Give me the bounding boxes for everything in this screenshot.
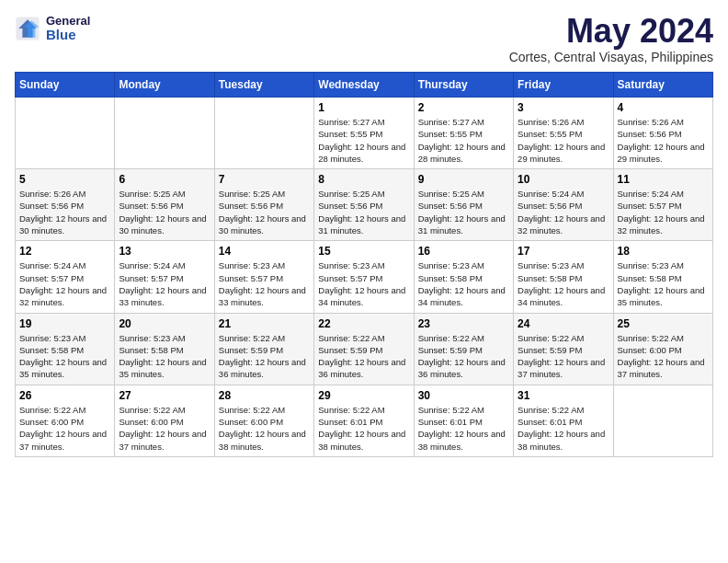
calendar-week-row: 1Sunrise: 5:27 AM Sunset: 5:55 PM Daylig… (16, 98, 713, 169)
calendar-week-row: 19Sunrise: 5:23 AM Sunset: 5:58 PM Dayli… (16, 313, 713, 385)
day-info: Sunrise: 5:22 AM Sunset: 5:59 PM Dayligh… (418, 332, 509, 381)
calendar-cell: 7Sunrise: 5:25 AM Sunset: 5:56 PM Daylig… (214, 169, 313, 241)
day-number: 1 (318, 101, 409, 114)
day-number: 19 (19, 317, 110, 330)
calendar-cell: 19Sunrise: 5:23 AM Sunset: 5:58 PM Dayli… (16, 313, 115, 385)
day-number: 25 (618, 317, 709, 330)
day-info: Sunrise: 5:23 AM Sunset: 5:58 PM Dayligh… (518, 259, 609, 308)
calendar-cell (115, 98, 214, 169)
day-number: 21 (219, 317, 310, 330)
day-info: Sunrise: 5:26 AM Sunset: 5:56 PM Dayligh… (618, 116, 709, 165)
calendar-week-row: 5Sunrise: 5:26 AM Sunset: 5:56 PM Daylig… (16, 169, 713, 241)
day-info: Sunrise: 5:24 AM Sunset: 5:57 PM Dayligh… (19, 259, 110, 308)
calendar-cell: 18Sunrise: 5:23 AM Sunset: 5:58 PM Dayli… (613, 241, 712, 313)
location-text: Cortes, Central Visayas, Philippines (509, 50, 713, 64)
calendar-cell: 21Sunrise: 5:22 AM Sunset: 5:59 PM Dayli… (214, 313, 313, 385)
day-info: Sunrise: 5:22 AM Sunset: 6:01 PM Dayligh… (418, 404, 509, 453)
day-info: Sunrise: 5:27 AM Sunset: 5:55 PM Dayligh… (418, 116, 509, 165)
day-info: Sunrise: 5:23 AM Sunset: 5:58 PM Dayligh… (19, 332, 110, 381)
weekday-header: Saturday (613, 73, 712, 98)
day-number: 6 (119, 173, 210, 186)
day-number: 11 (618, 173, 709, 186)
calendar-cell: 5Sunrise: 5:26 AM Sunset: 5:56 PM Daylig… (16, 169, 115, 241)
day-number: 8 (318, 173, 409, 186)
calendar-cell (16, 98, 115, 169)
day-number: 26 (19, 389, 110, 402)
weekday-header: Wednesday (314, 73, 414, 98)
day-info: Sunrise: 5:22 AM Sunset: 6:01 PM Dayligh… (518, 404, 609, 453)
calendar-cell: 23Sunrise: 5:22 AM Sunset: 5:59 PM Dayli… (414, 313, 513, 385)
logo-icon (15, 16, 40, 41)
calendar-cell: 27Sunrise: 5:22 AM Sunset: 6:00 PM Dayli… (115, 385, 214, 456)
calendar-cell: 16Sunrise: 5:23 AM Sunset: 5:58 PM Dayli… (414, 241, 513, 313)
day-info: Sunrise: 5:23 AM Sunset: 5:57 PM Dayligh… (219, 259, 310, 308)
calendar-cell: 1Sunrise: 5:27 AM Sunset: 5:55 PM Daylig… (314, 98, 414, 169)
calendar-cell: 12Sunrise: 5:24 AM Sunset: 5:57 PM Dayli… (16, 241, 115, 313)
month-title: May 2024 (509, 15, 713, 48)
day-info: Sunrise: 5:23 AM Sunset: 5:58 PM Dayligh… (418, 259, 509, 308)
day-number: 14 (219, 245, 310, 258)
day-info: Sunrise: 5:27 AM Sunset: 5:55 PM Dayligh… (318, 116, 409, 165)
day-number: 28 (219, 389, 310, 402)
calendar-cell: 29Sunrise: 5:22 AM Sunset: 6:01 PM Dayli… (314, 385, 414, 456)
weekday-header: Thursday (414, 73, 513, 98)
day-number: 20 (119, 317, 210, 330)
weekday-header: Monday (115, 73, 214, 98)
calendar-cell: 9Sunrise: 5:25 AM Sunset: 5:56 PM Daylig… (414, 169, 513, 241)
day-number: 23 (418, 317, 509, 330)
day-info: Sunrise: 5:24 AM Sunset: 5:57 PM Dayligh… (119, 259, 210, 308)
calendar-cell: 6Sunrise: 5:25 AM Sunset: 5:56 PM Daylig… (115, 169, 214, 241)
day-number: 7 (219, 173, 310, 186)
calendar-cell: 13Sunrise: 5:24 AM Sunset: 5:57 PM Dayli… (115, 241, 214, 313)
weekday-header-row: SundayMondayTuesdayWednesdayThursdayFrid… (16, 73, 713, 98)
day-info: Sunrise: 5:22 AM Sunset: 6:01 PM Dayligh… (318, 404, 409, 453)
day-info: Sunrise: 5:24 AM Sunset: 5:56 PM Dayligh… (518, 188, 609, 236)
day-number: 24 (518, 317, 609, 330)
calendar-cell (613, 385, 712, 456)
day-number: 3 (518, 101, 609, 114)
calendar-table: SundayMondayTuesdayWednesdayThursdayFrid… (15, 72, 713, 457)
day-number: 13 (119, 245, 210, 258)
day-info: Sunrise: 5:22 AM Sunset: 5:59 PM Dayligh… (219, 332, 310, 381)
calendar-week-row: 26Sunrise: 5:22 AM Sunset: 6:00 PM Dayli… (16, 385, 713, 456)
logo-text: General Blue (46, 15, 90, 43)
calendar-cell: 8Sunrise: 5:25 AM Sunset: 5:56 PM Daylig… (314, 169, 414, 241)
day-number: 29 (318, 389, 409, 402)
day-info: Sunrise: 5:22 AM Sunset: 5:59 PM Dayligh… (518, 332, 609, 381)
day-number: 9 (418, 173, 509, 186)
day-info: Sunrise: 5:22 AM Sunset: 5:59 PM Dayligh… (318, 332, 409, 381)
day-number: 10 (518, 173, 609, 186)
calendar-cell: 20Sunrise: 5:23 AM Sunset: 5:58 PM Dayli… (115, 313, 214, 385)
day-info: Sunrise: 5:22 AM Sunset: 6:00 PM Dayligh… (618, 332, 709, 381)
calendar-cell: 3Sunrise: 5:26 AM Sunset: 5:55 PM Daylig… (514, 98, 613, 169)
calendar-cell: 15Sunrise: 5:23 AM Sunset: 5:57 PM Dayli… (314, 241, 414, 313)
calendar-cell: 28Sunrise: 5:22 AM Sunset: 6:00 PM Dayli… (214, 385, 313, 456)
day-number: 12 (19, 245, 110, 258)
day-info: Sunrise: 5:22 AM Sunset: 6:00 PM Dayligh… (219, 404, 310, 453)
day-info: Sunrise: 5:22 AM Sunset: 6:00 PM Dayligh… (119, 404, 210, 453)
calendar-week-row: 12Sunrise: 5:24 AM Sunset: 5:57 PM Dayli… (16, 241, 713, 313)
day-number: 18 (618, 245, 709, 258)
calendar-cell: 11Sunrise: 5:24 AM Sunset: 5:57 PM Dayli… (613, 169, 712, 241)
day-info: Sunrise: 5:22 AM Sunset: 6:00 PM Dayligh… (19, 404, 110, 453)
calendar-cell: 30Sunrise: 5:22 AM Sunset: 6:01 PM Dayli… (414, 385, 513, 456)
day-number: 22 (318, 317, 409, 330)
day-info: Sunrise: 5:24 AM Sunset: 5:57 PM Dayligh… (618, 188, 709, 236)
day-info: Sunrise: 5:25 AM Sunset: 5:56 PM Dayligh… (418, 188, 509, 236)
calendar-cell: 24Sunrise: 5:22 AM Sunset: 5:59 PM Dayli… (514, 313, 613, 385)
day-number: 31 (518, 389, 609, 402)
day-info: Sunrise: 5:23 AM Sunset: 5:58 PM Dayligh… (618, 259, 709, 308)
calendar-cell: 25Sunrise: 5:22 AM Sunset: 6:00 PM Dayli… (613, 313, 712, 385)
calendar-cell: 14Sunrise: 5:23 AM Sunset: 5:57 PM Dayli… (214, 241, 313, 313)
calendar-cell: 17Sunrise: 5:23 AM Sunset: 5:58 PM Dayli… (514, 241, 613, 313)
weekday-header: Sunday (16, 73, 115, 98)
day-info: Sunrise: 5:23 AM Sunset: 5:58 PM Dayligh… (119, 332, 210, 381)
day-number: 30 (418, 389, 509, 402)
day-number: 2 (418, 101, 509, 114)
title-area: May 2024 Cortes, Central Visayas, Philip… (509, 15, 713, 64)
day-number: 5 (19, 173, 110, 186)
day-number: 4 (618, 101, 709, 114)
calendar-cell: 26Sunrise: 5:22 AM Sunset: 6:00 PM Dayli… (16, 385, 115, 456)
day-info: Sunrise: 5:25 AM Sunset: 5:56 PM Dayligh… (318, 188, 409, 236)
logo: General Blue (15, 15, 90, 43)
